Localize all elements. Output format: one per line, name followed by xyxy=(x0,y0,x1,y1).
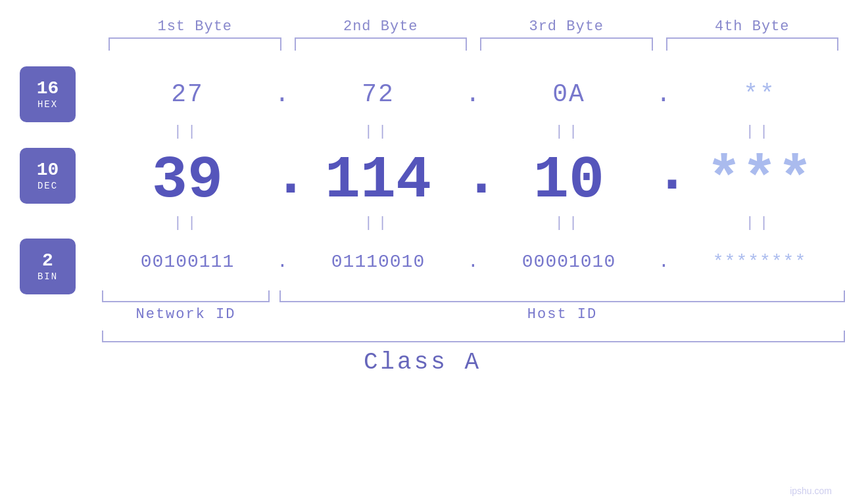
top-brackets xyxy=(102,37,845,51)
dec-badge-number: 10 xyxy=(37,160,59,181)
eq1-b4: || xyxy=(674,124,845,140)
hex-badge-label: HEX xyxy=(37,99,58,110)
host-bracket xyxy=(279,290,845,302)
hex-dot1: . xyxy=(273,80,293,108)
bin-dot3: . xyxy=(654,252,674,272)
dec-dot1: . xyxy=(273,143,293,210)
eq1-b3: || xyxy=(483,124,654,140)
byte1-header: 1st Byte xyxy=(102,18,288,35)
dec-values-row: 39 . 114 . 10 . *** xyxy=(102,141,845,214)
bracket-byte1 xyxy=(109,37,281,51)
bin-badge-number: 2 xyxy=(42,251,53,271)
id-labels-row: Network ID Host ID xyxy=(102,306,845,323)
byte3-header: 3rd Byte xyxy=(473,18,660,35)
dec-byte3: 10 xyxy=(483,151,654,210)
bracket-byte2 xyxy=(295,37,468,51)
equals-row-2: || || || || xyxy=(102,215,845,231)
network-bracket xyxy=(102,290,270,302)
dec-byte4: *** xyxy=(674,151,845,210)
bin-byte3: 00001010 xyxy=(483,252,654,272)
bin-byte1: 00100111 xyxy=(102,252,273,272)
byte2-header: 2nd Byte xyxy=(288,18,474,35)
equals-row-1: || || || || xyxy=(102,124,845,140)
hex-section: 16 HEX 27 . 72 . 0A . ** xyxy=(0,66,845,122)
bracket-byte4 xyxy=(666,37,839,51)
bin-byte4: ******** xyxy=(674,252,845,272)
byte-headers: 1st Byte 2nd Byte 3rd Byte 4th Byte xyxy=(0,18,845,35)
network-id-label: Network ID xyxy=(102,306,270,323)
dec-section: 10 DEC 39 . 114 . 10 . *** xyxy=(0,141,845,214)
big-bottom-bracket xyxy=(102,331,845,342)
dec-badge-label: DEC xyxy=(37,181,58,191)
bin-badge: 2 BIN xyxy=(20,239,76,294)
hex-badge-number: 16 xyxy=(37,79,59,99)
eq2-b4: || xyxy=(674,215,845,231)
eq2-b2: || xyxy=(293,215,464,231)
dec-byte1: 39 xyxy=(102,151,273,210)
eq1-b1: || xyxy=(102,124,273,140)
hex-byte3: 0A xyxy=(483,80,654,108)
byte4-header: 4th Byte xyxy=(660,18,846,35)
hex-dot2: . xyxy=(464,80,483,108)
class-label: Class A xyxy=(0,349,845,376)
main-container: 1st Byte 2nd Byte 3rd Byte 4th Byte 16 H… xyxy=(0,0,845,504)
dec-dot3: . xyxy=(654,139,674,210)
dec-byte2: 114 xyxy=(293,151,464,210)
bin-dot2: . xyxy=(464,252,483,272)
hex-values-row: 27 . 72 . 0A . ** xyxy=(102,66,845,122)
hex-byte2: 72 xyxy=(293,80,464,108)
watermark: ipshu.com xyxy=(790,486,832,496)
bracket-byte3 xyxy=(480,37,653,51)
hex-byte4: ** xyxy=(674,80,845,108)
bottom-id-brackets xyxy=(102,290,845,302)
bin-section: 2 BIN 00100111 . 01110010 . 00001010 . *… xyxy=(0,235,845,288)
bin-byte2: 01110010 xyxy=(293,252,464,272)
hex-byte1: 27 xyxy=(102,80,273,108)
host-id-label: Host ID xyxy=(279,306,845,323)
hex-badge: 16 HEX xyxy=(20,66,76,122)
dec-badge: 10 DEC xyxy=(20,148,76,204)
eq2-b3: || xyxy=(483,215,654,231)
bin-dot1: . xyxy=(273,252,293,272)
eq1-b2: || xyxy=(293,124,464,140)
bin-badge-label: BIN xyxy=(37,271,58,282)
hex-dot3: . xyxy=(654,80,674,108)
bin-values-row: 00100111 . 01110010 . 00001010 . *******… xyxy=(102,235,845,288)
dec-dot2: . xyxy=(464,143,483,210)
eq2-b1: || xyxy=(102,215,273,231)
